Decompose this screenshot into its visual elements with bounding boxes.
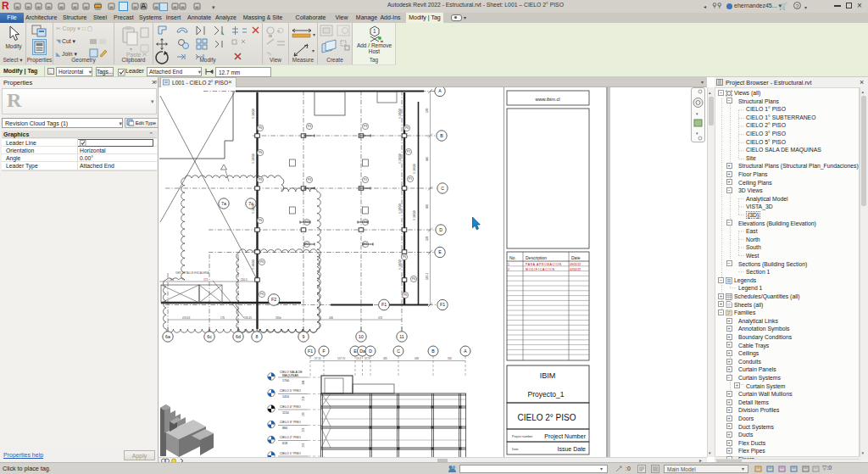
svg-text:Da: Da	[359, 349, 365, 354]
svg-text:E: E	[353, 349, 357, 354]
svg-text:D: D	[369, 349, 372, 354]
svg-text:VER DETALLE ESCALERA: VER DETALLE ESCALERA	[175, 271, 209, 275]
svg-text:B: B	[431, 349, 435, 354]
svg-text:P4: P4	[308, 125, 311, 128]
svg-text:P6: P6	[405, 126, 409, 130]
svg-text:C: C	[397, 349, 400, 354]
svg-text:F1: F1	[308, 349, 313, 354]
svg-text:V. 50/50: V. 50/50	[398, 153, 402, 164]
svg-text:P6: P6	[412, 277, 415, 281]
svg-text:331b: 331b	[275, 316, 281, 320]
svg-text:V. 50/50: V. 50/50	[252, 109, 255, 119]
svg-text:266: 266	[302, 443, 305, 447]
svg-text:401: 401	[426, 204, 429, 209]
svg-text:6c: 6c	[207, 334, 212, 339]
svg-text:446: 446	[426, 156, 429, 161]
svg-text:P6: P6	[259, 151, 262, 154]
svg-text:P6: P6	[260, 293, 264, 296]
svg-text:V. 50/50: V. 50/50	[413, 210, 416, 220]
svg-text:171: 171	[203, 278, 209, 282]
svg-text:IBIM: IBIM	[540, 371, 556, 380]
svg-text:V. 50/50: V. 50/50	[252, 153, 255, 164]
svg-text:Description: Description	[526, 255, 547, 260]
svg-text:V. 50/50: V. 50/50	[252, 259, 255, 270]
svg-text:266: 266	[302, 412, 305, 416]
svg-text:176: 176	[220, 316, 225, 320]
svg-text:1700: 1700	[282, 379, 289, 382]
svg-text:110.5: 110.5	[241, 278, 248, 282]
svg-text:Project Number: Project Number	[544, 433, 586, 440]
svg-text:Issue Date: Issue Date	[558, 446, 587, 452]
svg-text:V. 50/50: V. 50/50	[413, 164, 416, 174]
svg-text:MAQUINAS: MAQUINAS	[282, 374, 299, 377]
svg-text:CIELO 5° PISO: CIELO 5° PISO	[280, 389, 301, 393]
svg-text:161: 161	[170, 278, 175, 282]
svg-text:▾: ▾	[696, 111, 698, 116]
svg-text:CIELO 4° PISO: CIELO 4° PISO	[280, 405, 301, 409]
svg-text:www.ibim.cl: www.ibim.cl	[534, 97, 559, 102]
svg-text:D: D	[439, 227, 442, 232]
svg-text:1410: 1410	[282, 395, 289, 399]
svg-text:▾: ▾	[312, 48, 314, 53]
svg-text:P6: P6	[259, 219, 262, 222]
svg-text:P2: P2	[364, 178, 367, 181]
svg-text:CIELO 2° PISO: CIELO 2° PISO	[517, 413, 576, 422]
svg-text:C: C	[441, 186, 444, 191]
svg-text:P6: P6	[403, 255, 406, 259]
svg-text:7a: 7a	[221, 201, 226, 206]
svg-text:P4: P4	[308, 178, 311, 181]
svg-text:11: 11	[399, 334, 403, 339]
svg-text:A: A	[438, 88, 442, 93]
svg-text:2: 2	[508, 268, 509, 271]
svg-text:474: 474	[378, 316, 382, 320]
svg-text:157.70: 157.70	[337, 357, 346, 360]
svg-text:E: E	[438, 249, 442, 254]
svg-text:8: 8	[256, 334, 259, 339]
svg-text:331: 331	[448, 357, 452, 360]
svg-text:Date: Date	[571, 255, 581, 260]
svg-text:P6: P6	[259, 126, 262, 130]
svg-text:9: 9	[303, 334, 305, 339]
svg-text:F2: F2	[271, 297, 276, 302]
svg-text:V. 50/50: V. 50/50	[398, 109, 402, 119]
svg-text:266: 266	[302, 427, 305, 432]
svg-text:618: 618	[282, 442, 287, 445]
svg-text:1150: 1150	[282, 411, 289, 415]
svg-text:119.45: 119.45	[244, 316, 252, 320]
svg-text:570: 570	[426, 108, 429, 113]
svg-text:10: 10	[359, 334, 364, 339]
svg-text:446: 446	[329, 316, 333, 320]
svg-text:Date: Date	[512, 448, 519, 451]
svg-text:569.3: 569.3	[426, 273, 429, 280]
svg-text:37.3: 37.3	[364, 357, 370, 360]
svg-text:CIELO 1° PISO: CIELO 1° PISO	[280, 452, 301, 455]
svg-text:09/01/22: 09/01/22	[570, 263, 581, 266]
svg-text:▾: ▾	[313, 32, 315, 37]
svg-text:Project number: Project number	[512, 435, 533, 438]
svg-text:37.14: 37.14	[314, 357, 321, 360]
svg-text:318: 318	[302, 396, 305, 400]
svg-text:481: 481	[383, 357, 387, 360]
svg-text:P1: P1	[407, 150, 410, 153]
svg-text:V. 50/50: V. 50/50	[398, 259, 402, 270]
svg-text:CIELO 3° PISO: CIELO 3° PISO	[280, 421, 301, 424]
svg-text:1: 1	[373, 28, 376, 34]
svg-text:No.: No.	[509, 255, 516, 260]
svg-text:P1: P1	[409, 177, 412, 181]
svg-text:P6: P6	[259, 178, 262, 181]
svg-text:449: 449	[415, 357, 419, 360]
svg-text:F1: F1	[381, 302, 387, 307]
svg-text:CIELO 2° PISO: CIELO 2° PISO	[280, 436, 301, 439]
svg-text:Paste: Paste	[126, 52, 142, 58]
svg-text:▾: ▾	[696, 131, 698, 136]
svg-text:PARA APROBACION: PARA APROBACION	[526, 263, 562, 266]
svg-text:884: 884	[282, 427, 287, 430]
svg-text:F: F	[322, 349, 325, 354]
svg-text:1: 1	[508, 263, 509, 266]
svg-text:MODIFICACION: MODIFICACION	[526, 268, 555, 271]
svg-text:19.3: 19.3	[356, 357, 361, 360]
svg-text:B: B	[440, 133, 443, 138]
svg-text:P6: P6	[260, 260, 264, 264]
svg-text:02/02/22: 02/02/22	[570, 268, 581, 271]
svg-text:A: A	[464, 349, 467, 354]
